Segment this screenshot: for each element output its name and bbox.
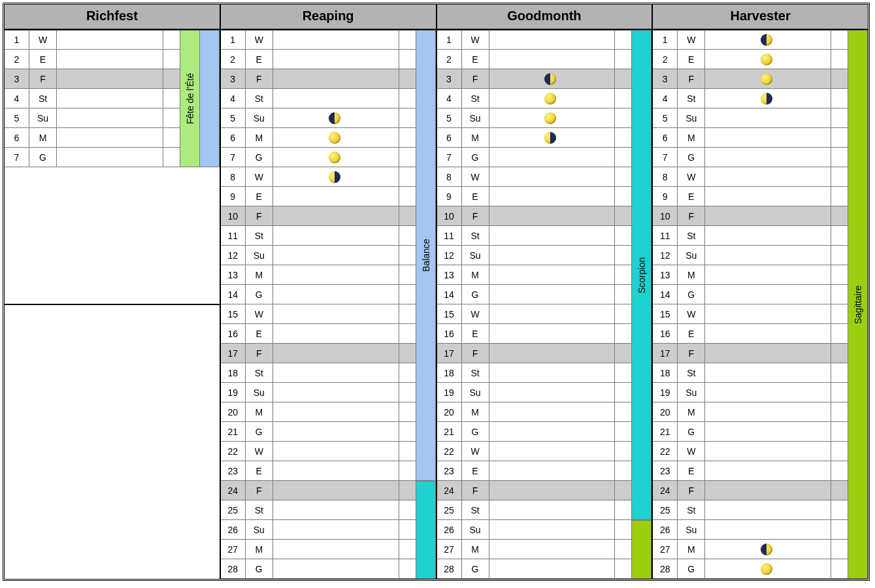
day-content	[705, 206, 831, 226]
day-number: 6	[437, 128, 462, 148]
day-number: 1	[5, 30, 29, 50]
day-content	[705, 324, 831, 344]
day-row: 11St	[221, 226, 416, 246]
day-content	[489, 363, 616, 383]
day-weekday: G	[246, 559, 273, 579]
day-number: 26	[653, 520, 678, 540]
day-row: 4St	[437, 89, 633, 108]
moon-full-icon	[761, 54, 772, 65]
days-column: 1W2E3F4St5Su6M7G8W9E10F11St12Su13M14G15W…	[437, 30, 633, 579]
day-spare	[615, 89, 632, 108]
day-spare	[831, 128, 848, 148]
day-row: 10F	[221, 206, 416, 226]
day-spare	[615, 206, 632, 226]
day-row: 23E	[437, 461, 633, 481]
day-weekday: E	[246, 50, 273, 69]
moon-last-icon	[329, 171, 340, 183]
day-spare	[399, 383, 416, 402]
day-weekday: M	[246, 540, 273, 559]
day-weekday: W	[678, 442, 705, 461]
day-weekday: W	[246, 167, 273, 187]
day-number: 21	[653, 422, 678, 442]
day-number: 2	[221, 50, 246, 69]
day-row: 13M	[437, 265, 633, 285]
day-number: 17	[221, 344, 246, 363]
day-weekday: M	[246, 265, 273, 285]
day-number: 3	[5, 69, 29, 89]
day-weekday: E	[246, 324, 273, 344]
day-content	[273, 481, 399, 500]
days-column: 1W2E3F4St5Su6M7G	[5, 30, 180, 304]
day-content	[489, 265, 616, 285]
day-weekday: G	[462, 285, 489, 304]
day-number: 17	[653, 344, 678, 363]
day-row: 19Su	[437, 383, 633, 402]
day-number: 26	[437, 520, 462, 540]
day-number: 8	[221, 167, 246, 187]
day-weekday: G	[462, 148, 489, 167]
day-spare	[163, 89, 180, 108]
day-number: 22	[221, 442, 246, 461]
day-content	[705, 363, 831, 383]
day-content	[489, 30, 616, 50]
day-content	[273, 167, 399, 187]
day-spare	[831, 402, 848, 422]
day-content	[273, 265, 399, 285]
day-spare	[615, 50, 632, 69]
day-weekday: E	[678, 50, 705, 69]
day-row: 25St	[653, 500, 848, 520]
day-row: 13M	[653, 265, 848, 285]
day-spare	[615, 442, 632, 461]
day-weekday: M	[678, 128, 705, 148]
day-row: 3F	[653, 69, 848, 89]
day-number: 7	[221, 148, 246, 167]
day-content	[705, 304, 831, 324]
days-column: 1W2E3F4St5Su6M7G8W9E10F11St12Su13M14G15W…	[653, 30, 848, 579]
day-row: 17F	[437, 344, 633, 363]
day-number: 8	[437, 167, 462, 187]
day-row: 4St	[5, 89, 180, 108]
day-content	[273, 69, 399, 89]
day-row: 24F	[221, 481, 416, 500]
day-row: 20M	[653, 402, 848, 422]
day-content	[273, 50, 399, 69]
day-content	[273, 422, 399, 442]
sidebar-segment: Balance	[416, 30, 436, 481]
day-row: 13M	[221, 265, 416, 285]
day-row: 1W	[437, 30, 633, 50]
moon-first-icon	[761, 544, 772, 555]
day-weekday: St	[462, 226, 489, 246]
day-spare	[399, 559, 416, 579]
day-row: 21G	[437, 422, 633, 442]
day-row: 5Su	[437, 108, 633, 128]
moon-last-icon	[761, 93, 772, 105]
day-weekday: M	[246, 128, 273, 148]
day-number: 7	[653, 148, 678, 167]
day-number: 6	[5, 128, 29, 148]
day-weekday: Su	[246, 520, 273, 540]
day-row: 28G	[437, 559, 633, 579]
day-row: 3F	[437, 69, 633, 89]
day-number: 15	[437, 304, 462, 324]
day-row: 22W	[437, 442, 633, 461]
day-weekday: G	[462, 422, 489, 442]
day-spare	[831, 108, 848, 128]
day-content	[57, 50, 163, 69]
day-spare	[399, 69, 416, 89]
day-weekday: St	[678, 89, 705, 108]
day-row: 4St	[653, 89, 848, 108]
day-row: 10F	[437, 206, 633, 226]
day-number: 9	[653, 187, 678, 206]
day-spare	[399, 520, 416, 540]
day-content	[705, 265, 831, 285]
day-row: 15W	[221, 304, 416, 324]
day-weekday: W	[462, 30, 489, 50]
day-content	[705, 30, 831, 50]
day-content	[489, 89, 616, 108]
day-number: 25	[437, 500, 462, 520]
day-row: 6M	[437, 128, 633, 148]
day-weekday: E	[462, 187, 489, 206]
day-spare	[163, 128, 180, 148]
day-spare	[163, 108, 180, 128]
day-content	[705, 442, 831, 461]
